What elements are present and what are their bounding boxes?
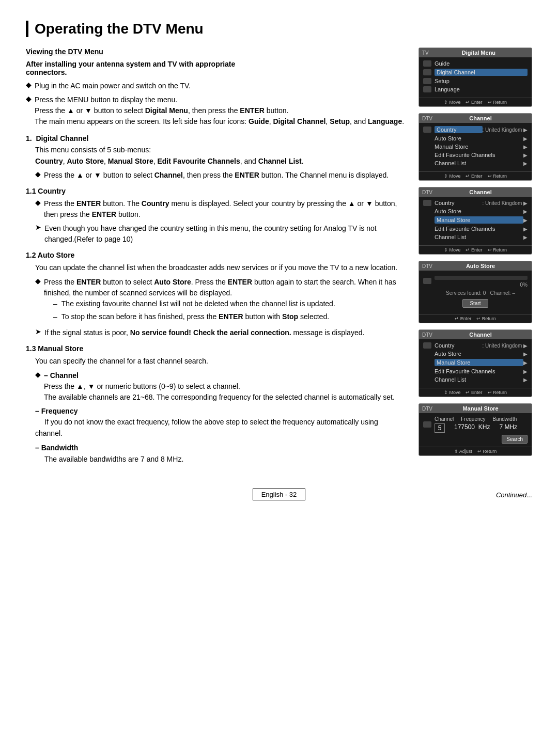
- progress-label: 0%: [435, 282, 528, 288]
- menu-row: Manual Store ▶: [435, 144, 528, 150]
- section-heading: Viewing the DTV Menu: [26, 48, 406, 56]
- menu-row: Auto Store ▶: [435, 135, 528, 141]
- left-content: Viewing the DTV Menu After installing yo…: [26, 48, 406, 468]
- bullet-text: If the signal status is poor, No service…: [44, 327, 406, 338]
- tv-icon: [423, 127, 431, 133]
- menu-item-country: Country: [435, 342, 483, 349]
- page-number: English - 32: [253, 489, 306, 500]
- panel-row: Country : United Kingdom ▶: [423, 342, 528, 349]
- panel-6-body: Channel Frequency Bandwidth 5 177500 KHz…: [419, 413, 532, 447]
- page-footer: English - 32 Continued...: [26, 489, 532, 500]
- footer-return: ↩ Return: [488, 247, 507, 253]
- col-channel-header: Channel: [435, 416, 454, 422]
- panel-3-footer: ⇕ Move ↵ Enter ↩ Return: [419, 245, 532, 254]
- right-panels: TV Digital Menu Guide Digital Channel Se…: [419, 48, 532, 468]
- search-button[interactable]: Search: [502, 435, 528, 444]
- bullet-text: Press the ENTER button. The Country menu…: [44, 198, 406, 220]
- services-found: Services found: 0 Channel: –: [446, 290, 515, 296]
- menu-item-digital-channel: Digital Channel: [435, 69, 528, 76]
- col-values: 5 177500 KHz 7 MHz: [435, 423, 528, 433]
- panel-2-header: DTV Channel: [419, 114, 532, 123]
- panel-1-body: Guide Digital Channel Setup Language: [419, 57, 532, 98]
- panel-2-footer: ⇕ Move ↵ Enter ↩ Return: [419, 171, 532, 180]
- bullet-diamond-icon: ◆: [35, 170, 41, 178]
- intro-line: After installing your antenna system and…: [26, 60, 406, 76]
- panel-row: Country : United Kingdom ▶: [423, 126, 528, 133]
- panel-4-header: DTV Auto Store: [419, 261, 532, 271]
- panel-2-title: Channel: [469, 115, 491, 121]
- col-headers: Channel Frequency Bandwidth: [435, 416, 528, 422]
- panel-row: Channel List ▶: [423, 234, 528, 240]
- bullet-text: Even though you have changed the country…: [44, 223, 406, 245]
- footer-return: ↩ Return: [488, 100, 507, 105]
- tv-icon: [423, 278, 431, 284]
- panel-1-footer: ⇕ Move ↵ Enter ↩ Return: [419, 98, 532, 106]
- panel-row: Auto Store ▶: [423, 208, 528, 214]
- menu-item-country: Country: [435, 200, 483, 206]
- menu-description: The main menu appears on the screen. Its…: [35, 117, 404, 125]
- arrow-icon: ➤: [35, 223, 41, 231]
- dash-item: – The existing favourite channel list wi…: [44, 298, 406, 309]
- tv-panel-3: DTV Channel Country : United Kingdom ▶ A…: [419, 187, 532, 255]
- section-country: 1.1 Country ◆ Press the ENTER button. Th…: [26, 187, 406, 245]
- menu-item-auto-store: Auto Store: [435, 208, 523, 214]
- panel-4-title: Auto Store: [466, 263, 495, 269]
- tv-icon: [423, 60, 431, 67]
- tv-panel-2: DTV Channel Country : United Kingdom ▶ A…: [419, 113, 532, 181]
- menu-item-setup: Setup: [435, 78, 528, 84]
- menu-row: Channel List ▶: [435, 160, 528, 166]
- section-13-freq: – Frequency If you do not know the exact…: [26, 406, 406, 439]
- country-row: Country : United Kingdom ▶: [435, 342, 528, 349]
- panel-row: Auto Store ▶: [423, 351, 528, 357]
- section-11-arrow: ➤ Even though you have changed the count…: [26, 223, 406, 245]
- section-11-title: 1.1 Country: [26, 187, 406, 195]
- bullet-diamond-icon: ◆: [35, 198, 41, 207]
- section-digital-channel: 1. Digital Channel This menu consists of…: [26, 134, 406, 181]
- menu-item-edit-fav: Edit Favourite Channels: [435, 152, 523, 158]
- tv-icon: [423, 78, 431, 84]
- menu-item-manual-store: Manual Store: [435, 359, 523, 366]
- start-button[interactable]: Start: [462, 299, 488, 308]
- footer-enter: ↵ Enter: [466, 174, 482, 179]
- country-row: Country : United Kingdom ▶: [435, 200, 528, 206]
- panel-row: Manual Store ▶: [423, 359, 528, 366]
- page-title: Operating the DTV Menu: [35, 21, 532, 37]
- panel-row: Country : United Kingdom ▶: [423, 200, 528, 206]
- country-row: Country : United Kingdom ▶: [435, 126, 528, 133]
- footer-return: ↩ Return: [476, 316, 496, 321]
- dash-item: – To stop the scan before it has finishe…: [44, 311, 406, 322]
- menu-item-edit-fav: Edit Favourite Channels: [435, 368, 523, 374]
- panel-5-footer: ⇕ Move ↵ Enter ↩ Return: [419, 388, 532, 397]
- menu-item-edit-fav: Edit Favourite Channels: [435, 226, 523, 232]
- section-manual-store: 1.3 Manual Store You can specify the cha…: [26, 344, 406, 465]
- panel-5-label: DTV: [422, 332, 432, 338]
- menu-row: Auto Store ▶: [435, 208, 528, 214]
- panel-5-header: DTV Channel: [419, 330, 532, 339]
- bullet-diamond-icon: ◆: [26, 94, 32, 103]
- arrow-icon: ➤: [35, 327, 41, 336]
- panel-row: Channel List ▶: [423, 160, 528, 166]
- section-12-bullet1: ◆ Press the ENTER button to select Auto …: [26, 277, 406, 324]
- footer-move: ⇕ Move: [444, 100, 461, 105]
- tv-panel-5: DTV Channel Country : United Kingdom ▶ A…: [419, 329, 532, 397]
- tv-icon: [423, 86, 431, 92]
- progress-area: 0%: [435, 274, 528, 288]
- dash-icon: –: [53, 311, 57, 322]
- section-13-title: 1.3 Manual Store: [26, 344, 406, 353]
- bullet-diamond-icon: ◆: [35, 370, 41, 379]
- footer-enter: ↵ Enter: [466, 247, 482, 253]
- tv-panel-1: TV Digital Menu Guide Digital Channel Se…: [419, 48, 532, 107]
- tv-icon: [423, 200, 431, 206]
- manual-store-cols: Channel Frequency Bandwidth 5 177500 KHz…: [435, 416, 528, 433]
- footer-return: ↩ Return: [488, 174, 507, 179]
- panel-row: Edit Favourite Channels ▶: [423, 152, 528, 158]
- panel-1-title: Digital Menu: [462, 50, 495, 56]
- country-value: : United Kingdom ▶: [483, 127, 528, 133]
- bullet-diamond-icon: ◆: [35, 277, 41, 285]
- menu-row: Auto Store ▶: [435, 351, 528, 357]
- dash-text: To stop the scan before it has finished,…: [61, 311, 329, 322]
- section-12-desc: You can update the channel list when the…: [26, 262, 406, 274]
- progress-bar-outer: [435, 276, 528, 280]
- section-13-channel: ◆ – Channel Press the ▲, ▼ or numeric bu…: [26, 370, 406, 403]
- panel-6-footer: ⇕ Adjust ↩ Return: [419, 447, 532, 455]
